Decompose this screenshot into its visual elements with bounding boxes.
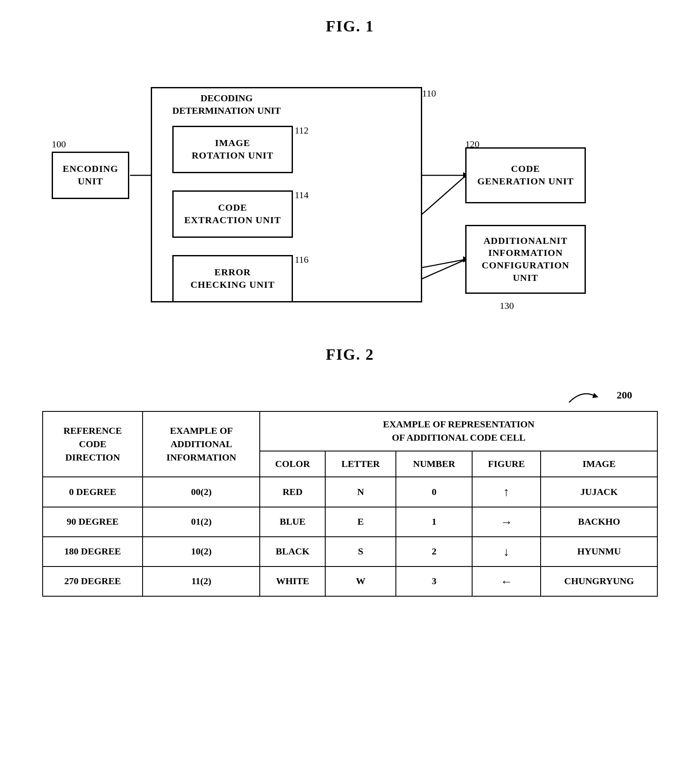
- table-row: 270 DEGREE 11(2) WHITE W 3 ← CHUNGRYUNG: [43, 566, 658, 596]
- additional-info-unit: ADDITIONALNIT INFORMATION CONFIGURATION …: [465, 225, 586, 294]
- code-generation-unit: CODE GENERATION UNIT: [465, 147, 586, 203]
- table-header-row1: REFERENCECODEDIRECTION EXAMPLE OFADDITIO…: [43, 411, 658, 451]
- cell-number-2: 2: [396, 537, 472, 566]
- cell-color-2: BLACK: [260, 537, 325, 566]
- cell-figure-3: ←: [472, 566, 541, 596]
- decoding-determination-label: DECODING DETERMINATION UNIT: [172, 92, 281, 117]
- cell-image-3: CHUNGRYUNG: [541, 566, 657, 596]
- ref-100: 100: [52, 139, 66, 150]
- image-rotation-unit: IMAGE ROTATION UNIT: [172, 126, 293, 173]
- col-header-image: IMAGE: [541, 451, 657, 477]
- cell-ref-code-0: 0 DEGREE: [43, 477, 143, 507]
- cell-number-3: 3: [396, 566, 472, 596]
- cell-image-1: BACKHO: [541, 507, 657, 537]
- table-row: 0 DEGREE 00(2) RED N 0 ↑ JUJACK: [43, 477, 658, 507]
- ref-200-label: 200: [616, 389, 632, 407]
- ref-200-arrow-svg: [560, 385, 625, 407]
- svg-marker-12: [592, 393, 598, 398]
- table-row: 180 DEGREE 10(2) BLACK S 2 ↓ HYUNMU: [43, 537, 658, 566]
- ref-114: 114: [295, 190, 308, 201]
- cell-number-1: 1: [396, 507, 472, 537]
- encoding-unit: ENCODING UNIT: [52, 152, 129, 199]
- col-header-additional: EXAMPLE OFADDITIONALINFORMATION: [143, 411, 260, 477]
- cell-additional-1: 01(2): [143, 507, 260, 537]
- cell-figure-2: ↓: [472, 537, 541, 566]
- cell-additional-2: 10(2): [143, 537, 260, 566]
- fig1-title: FIG. 1: [326, 17, 374, 35]
- code-extraction-unit: CODE EXTRACTION UNIT: [172, 190, 293, 238]
- fig2-section: FIG. 2 200 REFERENCECODEDIRECTION EXAMPL…: [26, 345, 674, 597]
- cell-figure-0: ↑: [472, 477, 541, 507]
- cell-additional-0: 00(2): [143, 477, 260, 507]
- fig2-title: FIG. 2: [326, 345, 374, 364]
- cell-ref-code-1: 90 DEGREE: [43, 507, 143, 537]
- cell-letter-2: S: [325, 537, 396, 566]
- cell-color-0: RED: [260, 477, 325, 507]
- cell-ref-code-3: 270 DEGREE: [43, 566, 143, 596]
- cell-number-0: 0: [396, 477, 472, 507]
- ref-110: 110: [422, 88, 436, 99]
- cell-additional-3: 11(2): [143, 566, 260, 596]
- cell-image-2: HYUNMU: [541, 537, 657, 566]
- svg-line-4: [422, 259, 466, 279]
- ref-116: 116: [295, 254, 308, 265]
- cell-letter-1: E: [325, 507, 396, 537]
- cell-color-3: WHITE: [260, 566, 325, 596]
- cell-letter-3: W: [325, 566, 396, 596]
- cell-color-1: BLUE: [260, 507, 325, 537]
- col-header-color: COLOR: [260, 451, 325, 477]
- fig1-diagram: ENCODING UNIT 100 DECODING DETERMINATION…: [26, 53, 674, 320]
- ref-130: 130: [500, 300, 514, 311]
- cell-image-0: JUJACK: [541, 477, 657, 507]
- col-header-number: NUMBER: [396, 451, 472, 477]
- col-header-figure: FIGURE: [472, 451, 541, 477]
- col-header-letter: LETTER: [325, 451, 396, 477]
- cell-figure-1: →: [472, 507, 541, 537]
- svg-line-2: [422, 175, 466, 214]
- error-checking-unit: ERROR CHECKING UNIT: [172, 255, 293, 302]
- table-row: 90 DEGREE 01(2) BLUE E 1 → BACKHO: [43, 507, 658, 537]
- ref-120: 120: [465, 139, 479, 150]
- cell-letter-0: N: [325, 477, 396, 507]
- col-header-ref-code: REFERENCECODEDIRECTION: [43, 411, 143, 477]
- ref-112: 112: [295, 125, 308, 136]
- fig2-table: REFERENCECODEDIRECTION EXAMPLE OFADDITIO…: [42, 411, 658, 597]
- col-header-representation: EXAMPLE OF REPRESENTATIONOF ADDITIONAL C…: [260, 411, 657, 451]
- cell-ref-code-2: 180 DEGREE: [43, 537, 143, 566]
